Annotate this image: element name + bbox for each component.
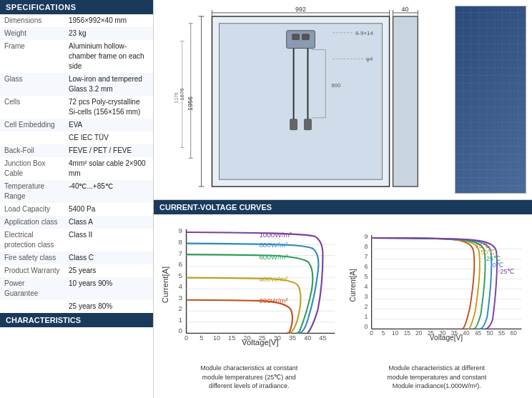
svg-text:30: 30 [439, 330, 446, 337]
svg-rect-12 [292, 34, 300, 40]
svg-text:9: 9 [364, 233, 368, 240]
svg-text:10: 10 [392, 330, 399, 337]
svg-text:25: 25 [259, 334, 266, 342]
spec-value: Class A [64, 216, 153, 229]
svg-rect-16 [290, 119, 297, 130]
panel-photo-inner [455, 6, 526, 193]
svg-rect-13 [302, 34, 310, 40]
specs-header: SPECIFICATIONS [0, 0, 153, 14]
svg-text:30: 30 [274, 334, 281, 342]
svg-text:1: 1 [364, 313, 368, 320]
svg-text:6: 6 [178, 260, 182, 268]
curves-header: CURRENT-VOLTAGE CURVES [154, 200, 532, 214]
spec-value: Aluminium hollow-chamber frame on each s… [64, 40, 153, 73]
svg-text:200W/m²: 200W/m² [259, 297, 288, 304]
svg-text:Current[A]: Current[A] [348, 269, 356, 302]
svg-text:1956: 1956 [187, 96, 194, 111]
chart1-svg: Current[A] Voltage[V] 0 1 2 3 4 5 6 7 8 … [158, 219, 340, 361]
svg-text:15: 15 [403, 330, 410, 337]
svg-text:20: 20 [243, 334, 250, 342]
spec-label [0, 300, 64, 313]
svg-text:400W/m²: 400W/m² [259, 275, 288, 283]
spec-value: FEVE / PET / FEVE [64, 144, 153, 157]
characteristics-header: CHARACTERISTICS [0, 313, 153, 327]
svg-text:7: 7 [178, 249, 182, 257]
chart1-title: Module characteristics at constant modul… [200, 364, 297, 391]
svg-rect-10 [393, 16, 418, 186]
technical-drawing: 992 40 [159, 6, 449, 194]
svg-text:50: 50 [486, 330, 493, 337]
spec-label: Application class [0, 216, 64, 229]
spec-label: Load Capacity [0, 203, 64, 216]
spec-value: -40℃...+85℃ [64, 180, 153, 203]
svg-text:40: 40 [463, 330, 470, 337]
svg-text:35: 35 [450, 330, 458, 337]
spec-label: Temperature Range [0, 180, 64, 203]
svg-text:600W/m²: 600W/m² [259, 253, 288, 261]
svg-text:0: 0 [184, 334, 188, 342]
svg-text:60: 60 [510, 330, 517, 337]
svg-text:8-9×14: 8-9×14 [355, 30, 373, 36]
spec-value: EVA [64, 119, 153, 131]
spec-value: Low-iron and tempered Glass 3.2 mm [64, 73, 153, 96]
svg-text:5: 5 [381, 330, 385, 337]
svg-text:0: 0 [370, 330, 373, 337]
spec-value: 23 kg [64, 27, 153, 40]
spec-label: Cell Embedding [0, 119, 64, 131]
spec-value: 5400 Pa [64, 203, 153, 216]
svg-text:15: 15 [228, 334, 235, 342]
spec-label: Cells [0, 96, 64, 119]
spec-value: Class C [64, 252, 153, 264]
curves-content: Current[A] Voltage[V] 0 1 2 3 4 5 6 7 8 … [154, 214, 532, 395]
svg-text:20: 20 [415, 330, 423, 337]
svg-text:-25℃: -25℃ [498, 268, 514, 275]
svg-text:40: 40 [401, 6, 408, 13]
svg-text:Voltage[V]: Voltage[V] [429, 334, 463, 342]
svg-text:900: 900 [331, 82, 341, 89]
right-panel: 992 40 [154, 0, 532, 398]
svg-text:0: 0 [364, 323, 368, 330]
svg-text:8: 8 [178, 238, 182, 246]
svg-text:5: 5 [364, 273, 368, 280]
svg-text:25: 25 [427, 330, 434, 337]
svg-text:992: 992 [295, 6, 306, 13]
svg-text:6: 6 [364, 263, 368, 270]
spec-value: 10 years 90% [64, 277, 153, 300]
spec-value: 72 pcs Poly-crystalline Si-cells (156×15… [64, 96, 153, 119]
spec-value: 25 years 80% [64, 300, 153, 313]
svg-text:45: 45 [319, 334, 326, 342]
svg-text:40: 40 [304, 334, 311, 342]
spec-label: Dimensions [0, 14, 64, 27]
spec-value: Class II [64, 229, 153, 252]
spec-value: CE IEC TÜV [64, 131, 153, 144]
svg-text:35: 35 [289, 334, 296, 342]
svg-text:1: 1 [178, 316, 182, 324]
spec-value: 25 years [64, 264, 153, 277]
svg-text:45: 45 [474, 330, 481, 337]
svg-text:1676: 1676 [179, 88, 185, 101]
spec-label: Fire safety class [0, 252, 64, 264]
spec-label: Junction Box Cable [0, 157, 64, 180]
svg-text:8: 8 [364, 243, 368, 250]
chart1-container: Current[A] Voltage[V] 0 1 2 3 4 5 6 7 8 … [158, 219, 340, 391]
svg-text:2: 2 [178, 304, 182, 312]
svg-text:800W/m²: 800W/m² [259, 241, 288, 249]
svg-rect-11 [287, 31, 315, 49]
specs-table: Dimensions1956×992×40 mmWeight23 kgFrame… [0, 14, 153, 313]
spec-label: Product Warranty [0, 264, 64, 277]
svg-text:2: 2 [364, 303, 368, 310]
svg-text:4: 4 [364, 283, 368, 290]
svg-text:7: 7 [364, 253, 368, 260]
svg-text:10: 10 [213, 334, 220, 342]
svg-text:1176: 1176 [174, 92, 179, 104]
svg-text:0: 0 [178, 327, 182, 334]
chart2-container: Current[A] Voltage[V] 0 1 2 3 4 5 6 7 8 … [346, 219, 528, 391]
curves-section: CURRENT-VOLTAGE CURVES Current[A] Voltag… [154, 200, 532, 398]
svg-text:3: 3 [178, 294, 182, 302]
spec-label: Back-Foil [0, 144, 64, 157]
svg-text:5: 5 [178, 272, 182, 279]
svg-text:4: 4 [178, 282, 182, 290]
chart2-title: Module characteristics at different modu… [387, 364, 486, 391]
panel-photo [455, 6, 526, 194]
spec-label [0, 131, 64, 144]
